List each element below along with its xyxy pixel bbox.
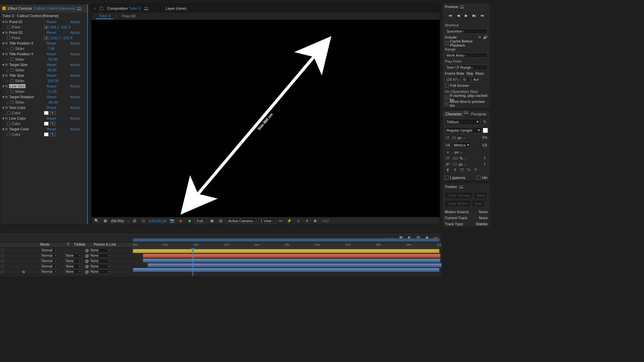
snapshot-icon[interactable]: 📷 <box>169 218 175 224</box>
effect-title-size[interactable]: ▾ fx Title Size Reset About <box>0 73 87 78</box>
mode-select[interactable]: Normal <box>40 248 58 252</box>
about-button[interactable]: About <box>70 31 80 35</box>
stopwatch-icon[interactable] <box>7 133 10 136</box>
lock-toggle[interactable] <box>8 264 11 268</box>
allcaps-button[interactable]: TT <box>459 168 465 174</box>
stopwatch-icon[interactable] <box>7 36 10 40</box>
grid-icon[interactable]: ▥ <box>131 218 138 224</box>
eye-toggle[interactable] <box>1 259 4 263</box>
flow-tab-tutor3[interactable]: Tutor 3 <box>96 13 114 19</box>
movetime-checkbox[interactable] <box>445 102 448 106</box>
stopwatch-icon[interactable] <box>10 68 14 72</box>
audio-icon[interactable]: 🔊 <box>483 35 488 40</box>
stopwatch-icon[interactable] <box>10 90 14 93</box>
preview-header[interactable]: Preview <box>443 3 490 10</box>
navigator[interactable] <box>133 238 439 242</box>
reset-button[interactable]: Reset <box>47 95 56 99</box>
color-swatch[interactable] <box>44 122 49 126</box>
font-size-value[interactable]: 60 <box>452 136 456 140</box>
transparency-icon[interactable]: ▤ <box>218 218 224 224</box>
value[interactable]: 100.00 <box>47 79 59 83</box>
about-button[interactable]: About <box>70 127 80 131</box>
solo-toggle[interactable] <box>4 259 8 263</box>
about-button[interactable]: About <box>70 63 80 67</box>
superscript-button[interactable]: T¹ <box>473 168 479 174</box>
color-icon[interactable]: ◆ <box>186 218 193 224</box>
value[interactable]: 1261.7 ,120.6 <box>50 36 72 40</box>
effect-point-02[interactable]: ▾ fx Point 02 Reset About <box>0 30 87 35</box>
panel-menu-icon[interactable] <box>464 111 468 117</box>
eye-toggle[interactable] <box>1 254 4 258</box>
effect-sub-slider[interactable]: › Slider -59.00 <box>0 57 87 62</box>
effect-target-size[interactable]: ▾ fx Target Size Reset About <box>0 62 87 67</box>
reset-button[interactable]: Reset <box>47 116 56 120</box>
pickwhip-icon[interactable]: @ <box>85 270 89 274</box>
about-button[interactable]: About <box>70 52 80 56</box>
fx-badge-icon[interactable]: fx <box>5 127 9 131</box>
about-button[interactable]: About <box>70 73 80 77</box>
twirl-icon[interactable]: ▾ <box>2 73 5 78</box>
composition-tab-label[interactable]: Composition Tutor 3 <box>107 6 140 10</box>
reso-field[interactable]: Aut <box>472 77 480 82</box>
parent-select[interactable]: None <box>89 253 111 258</box>
reset-button[interactable]: Reset <box>47 31 56 35</box>
value[interactable]: 7.00 <box>47 47 54 51</box>
reset-button[interactable]: Reset <box>47 52 56 56</box>
vscale-value[interactable]: 100 <box>452 156 458 160</box>
range-select[interactable]: Work Area <box>445 53 488 58</box>
lock-toggle[interactable] <box>8 254 11 258</box>
panel-menu-icon[interactable] <box>77 7 81 10</box>
effect-sub-slider[interactable]: › Slider -45.00 <box>0 100 87 105</box>
color-swatch[interactable] <box>44 111 49 115</box>
pickwhip-icon[interactable]: @ <box>85 254 89 258</box>
trkmat-select[interactable]: None <box>64 269 82 274</box>
lock-toggle[interactable] <box>8 259 11 263</box>
effect-sub-slider[interactable]: › Slider 100.00 <box>0 78 87 83</box>
fx-badge-icon[interactable]: fx <box>5 31 9 35</box>
trkmat-select[interactable]: None <box>64 259 82 263</box>
warp-button[interactable]: Warp <box>474 192 487 199</box>
panel-menu-icon[interactable] <box>459 185 463 188</box>
stopwatch-icon[interactable] <box>7 122 10 125</box>
value[interactable]: -45.00 <box>47 100 58 104</box>
exposure-value[interactable]: +0.0 <box>321 219 329 223</box>
flowchart-icon[interactable]: ⋔ <box>304 218 310 224</box>
about-button[interactable]: About <box>70 116 80 120</box>
shortcut-select[interactable]: Spacebar <box>445 28 488 34</box>
layer-bar[interactable] <box>143 258 440 262</box>
value[interactable]: -59.00 <box>47 57 58 61</box>
eye-toggle[interactable] <box>1 248 4 252</box>
effect-sub-color[interactable]: Color ✎ <box>0 110 87 116</box>
track-motion-button[interactable]: Track Motion <box>445 200 471 207</box>
lock-toggle[interactable] <box>8 270 11 274</box>
time-ruler[interactable]: 00s01s02s03s04s05s06s07s08s09s10s <box>133 242 439 249</box>
camera-select[interactable]: Active Camera <box>226 218 256 224</box>
about-button[interactable]: About <box>70 84 80 88</box>
effect-target-color[interactable]: ▾ fx Target Color Reset About <box>0 126 87 132</box>
zoom-level[interactable]: (58.9%) <box>111 219 124 223</box>
roi-icon[interactable]: ▣ <box>209 218 215 224</box>
effect-title-position-y[interactable]: ▾ fx Title Position Y Reset About <box>0 51 87 57</box>
fx-toggle[interactable] <box>22 254 25 258</box>
twirl-icon[interactable]: ▾ <box>2 106 5 110</box>
fx-badge-icon[interactable]: fx <box>5 84 9 88</box>
reset-button[interactable]: Reset <box>47 63 56 67</box>
baseline-value[interactable]: -27 <box>452 162 458 166</box>
skip-field[interactable]: 0 <box>462 77 470 82</box>
twirl-icon[interactable]: ▾ <box>2 20 5 24</box>
stabilize-button[interactable]: Stab <box>472 200 484 207</box>
parent-select[interactable]: None <box>89 269 111 274</box>
next-frame-button[interactable]: ▶| <box>472 13 477 18</box>
composition-viewport[interactable]: Size 800 cm <box>92 20 440 217</box>
reset-button[interactable]: Reset <box>47 127 56 131</box>
reset-button[interactable]: Reset <box>47 84 56 88</box>
mask-icon[interactable]: ◫ <box>140 218 146 224</box>
layer-bar[interactable] <box>133 249 439 253</box>
mode-select[interactable]: Normal <box>40 253 58 258</box>
effect-sub-point[interactable]: Point ⊕ 1261.7 ,120.6 <box>0 35 87 41</box>
layer-bar[interactable] <box>148 263 442 267</box>
stopwatch-icon[interactable] <box>10 47 14 50</box>
eyedropper-icon[interactable]: ✎ <box>50 122 55 126</box>
fx-badge-icon[interactable]: fx <box>5 73 9 77</box>
play-button[interactable]: ▶ <box>464 13 469 18</box>
